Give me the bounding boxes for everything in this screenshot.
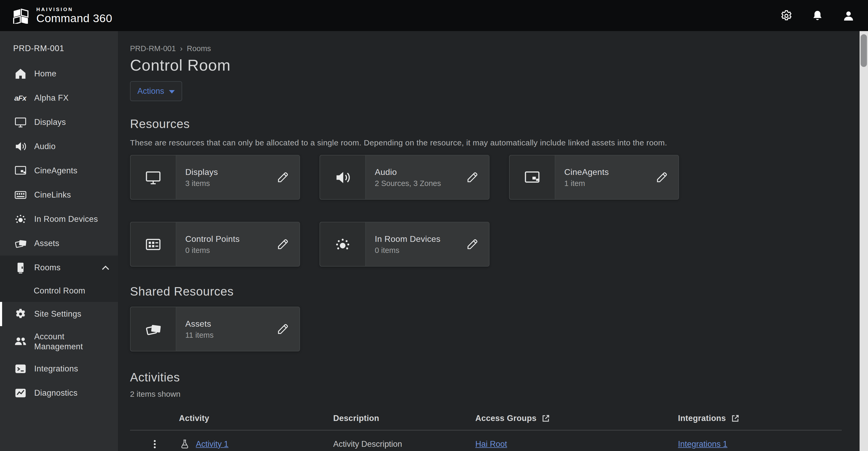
card-subtitle: 0 items [185,246,276,254]
external-link-icon[interactable] [731,414,740,423]
brand: HAIVISION Command 360 [11,7,113,25]
card-title: Displays [185,167,276,177]
sidebar-item-label: In Room Devices [34,214,98,224]
sidebar-item-displays[interactable]: Displays [0,110,118,134]
sidebar-item-integrations[interactable]: Integrations [0,357,118,381]
sidebar-item-control-room[interactable]: Control Room [0,280,118,302]
cineagents-icon [13,164,27,178]
shared-resource-cards: Assets 11 items [130,307,709,351]
edit-pencil-icon[interactable] [465,170,489,185]
shared-resources-heading: Shared Resources [130,284,860,299]
table-header-row: Activity Description Access Groups Integ… [130,407,842,430]
app-window: HAIVISION Command 360 [0,0,868,451]
users-icon [13,334,27,348]
breadcrumb-current[interactable]: Rooms [187,44,211,53]
brand-text: HAIVISION Command 360 [36,7,113,25]
resource-card-cineagents[interactable]: CineAgents 1 item [509,155,679,200]
sidebar-item-diagnostics[interactable]: Diagnostics [0,381,118,405]
edit-pencil-icon[interactable] [276,170,300,185]
column-header-integrations: Integrations [678,414,842,423]
chevron-up-icon [101,265,110,270]
user-account-icon[interactable] [842,9,856,22]
flask-icon [179,439,191,450]
sidebar-item-in-room-devices[interactable]: In Room Devices [0,207,118,231]
card-subtitle: 11 items [185,331,276,339]
activities-count: 2 items shown [130,389,860,398]
access-group-link[interactable]: Hai Root [475,440,507,448]
kebab-menu-icon[interactable] [148,438,161,450]
breadcrumb-parent[interactable]: PRD-RM-001 [130,44,176,53]
terminal-icon [13,362,27,376]
edit-pencil-icon[interactable] [465,237,489,251]
sidebar: PRD-RM-001 Home aFx Alpha FX Displays [0,31,118,451]
resources-description: These are resources that can only be all… [130,138,860,147]
audio-speaker-icon [13,139,27,153]
sidebar-item-account-management[interactable]: Account Management [0,326,118,357]
activities-heading: Activities [130,370,860,385]
haivision-logo-icon [11,7,30,24]
shared-card-assets[interactable]: Assets 11 items [130,307,300,351]
card-subtitle: 1 item [564,179,655,187]
sidebar-item-label: Diagnostics [34,388,78,398]
sidebar-item-site-settings[interactable]: Site Settings [0,302,118,326]
sidebar-item-label: Audio [34,141,56,152]
gear-icon [13,307,27,321]
card-title: CineAgents [564,167,655,177]
audio-speaker-icon [320,156,366,199]
displays-icon [13,115,27,129]
settings-gear-icon[interactable] [780,9,793,22]
sidebar-item-label: Rooms [34,263,61,273]
edit-pencil-icon[interactable] [276,237,300,251]
breadcrumb: PRD-RM-001 › Rooms [130,44,860,53]
external-link-icon[interactable] [541,414,551,423]
edit-pencil-icon[interactable] [276,322,300,336]
assets-icon [13,236,27,251]
displays-icon [130,156,176,199]
sidebar-item-label: Account Management [34,331,110,352]
topbar: HAIVISION Command 360 [0,0,868,31]
column-header-activity: Activity [179,414,333,423]
activities-table: Activity Description Access Groups Integ… [130,407,842,451]
card-subtitle: 0 items [375,246,465,254]
sidebar-item-label: Alpha FX [34,93,69,103]
card-title: Audio [375,167,465,177]
scrollbar-thumb[interactable] [861,34,867,67]
main-content: PRD-RM-001 › Rooms Control Room Actions … [118,31,860,451]
sidebar-item-alpha-fx[interactable]: aFx Alpha FX [0,86,118,110]
sidebar-item-label: Site Settings [34,309,81,319]
card-title: In Room Devices [375,234,465,244]
sidebar-nav: Home aFx Alpha FX Displays Audio [0,62,118,405]
vertical-scrollbar[interactable] [860,31,868,451]
topbar-actions [780,9,856,22]
home-icon [13,67,27,81]
sidebar-item-label: Displays [34,117,66,128]
edit-pencil-icon[interactable] [655,170,679,185]
card-title: Assets [185,319,276,329]
activity-description: Activity Description [333,440,475,449]
resources-heading: Resources [130,117,860,131]
sidebar-item-home[interactable]: Home [0,62,118,86]
sidebar-item-audio[interactable]: Audio [0,134,118,159]
brand-small: HAIVISION [36,7,113,11]
resource-card-audio[interactable]: Audio 2 Sources, 3 Zones [319,155,490,200]
page-title: Control Room [130,56,860,75]
alpha-fx-icon: aFx [13,91,27,105]
actions-button[interactable]: Actions [130,81,182,101]
column-header-access-groups: Access Groups [475,414,678,423]
integration-link[interactable]: Integrations 1 [678,440,727,448]
sidebar-item-assets[interactable]: Assets [0,231,118,256]
sidebar-item-cineagents[interactable]: CineAgents [0,159,118,183]
resource-card-control-points[interactable]: Control Points 0 items [130,222,300,266]
in-room-devices-icon [13,212,27,226]
resource-card-displays[interactable]: Displays 3 items [130,155,300,200]
cineagents-icon [509,156,555,199]
cinelinks-icon [13,188,27,202]
resource-card-in-room-devices[interactable]: In Room Devices 0 items [319,222,490,266]
caret-down-icon [169,86,175,96]
rooms-door-icon [13,260,27,275]
sidebar-item-rooms[interactable]: Rooms [0,256,118,280]
sidebar-item-label: Integrations [34,364,78,374]
sidebar-item-cinelinks[interactable]: CineLinks [0,183,118,207]
notifications-bell-icon[interactable] [811,9,824,22]
activity-link[interactable]: Activity 1 [196,440,228,449]
